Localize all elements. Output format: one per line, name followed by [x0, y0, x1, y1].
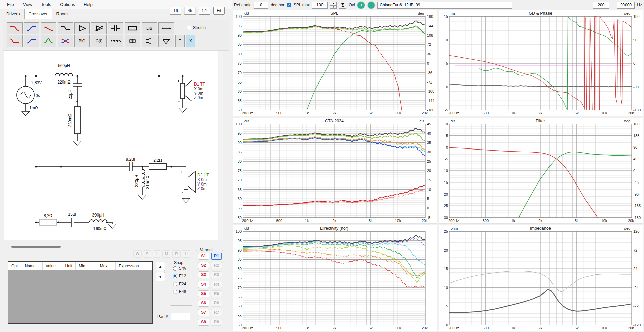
optimizer-o-button[interactable]: O [133, 250, 142, 258]
spl-max-label: SPL max [294, 3, 310, 7]
x-tick-label: 10k [395, 326, 401, 330]
zoom-45-button[interactable]: 45 [184, 7, 196, 15]
snap-option-E48[interactable]: E48 [173, 289, 192, 294]
chart-spl[interactable]: SPLdBdeg10095908580757065605550180144108… [233, 10, 437, 116]
radio-E12[interactable] [173, 274, 177, 278]
wire-button[interactable] [158, 22, 174, 34]
variant-s8-button[interactable]: S8 [198, 319, 209, 326]
part-number-input[interactable] [171, 313, 190, 320]
chart-directivity-hor[interactable]: Directivity (hor)dB100959085807570656055… [233, 225, 437, 331]
left-tick-label: 70 [238, 286, 242, 290]
radio-E48[interactable] [173, 290, 177, 294]
filter-lowpass-button[interactable] [7, 22, 23, 34]
move-up-button[interactable]: ▲ [156, 262, 165, 271]
variant-s6-button[interactable]: S6 [198, 300, 209, 307]
amplifier-button[interactable] [74, 22, 90, 34]
menu-help[interactable]: Help [79, 1, 97, 8]
schematic-vscrollbar[interactable] [219, 51, 223, 240]
overlay-remove-button[interactable]: − [367, 1, 375, 9]
amplifier-icon [77, 25, 87, 32]
variant-s4-button[interactable]: S4 [198, 281, 209, 288]
schematic-canvas[interactable]: 2,83V 0s 1mΩ 560µH 220mΩ 22µF 330mΩ + - … [4, 51, 218, 240]
snap-option-E24[interactable]: E24 [173, 281, 192, 286]
menu-view[interactable]: View [18, 1, 37, 8]
freq-max-input[interactable] [617, 2, 635, 9]
freq-min-input[interactable] [593, 2, 609, 9]
tab-crossover[interactable]: Crossover [24, 9, 52, 19]
variant-s1-button[interactable]: S1 [198, 253, 209, 260]
snap-option-E12[interactable]: E12 [173, 274, 192, 278]
chart-gd-phase[interactable]: GD & Phasemsdeg151050-5180900-90-180200H… [439, 10, 643, 116]
variant-r2-button[interactable]: R2 [211, 262, 222, 269]
spl-max-input[interactable] [312, 2, 328, 9]
overlay-add-button[interactable]: + [357, 1, 365, 9]
variant-s3-button[interactable]: S3 [198, 271, 209, 278]
speaker-button[interactable] [142, 35, 157, 47]
variant-s7-button[interactable]: S7 [198, 309, 209, 316]
ground-button[interactable] [158, 35, 174, 47]
chart-filter[interactable]: FilterdBdeg1050-5-10-15-20-25-3018013590… [439, 118, 643, 224]
left-tick-label: -10 [443, 169, 448, 173]
filter-peak-button[interactable] [41, 35, 56, 47]
tab-room[interactable]: Room [52, 10, 72, 19]
resistor-button[interactable] [125, 22, 140, 34]
optimizer-s-button[interactable]: S [143, 250, 151, 258]
filter-shelf-button[interactable] [58, 22, 73, 34]
zoom-Fit-button[interactable]: Fit [213, 7, 225, 15]
text-tool-button[interactable]: T [175, 35, 185, 47]
optimizer-m-button[interactable]: M [162, 250, 171, 258]
driver1-z-label: Z 0m [194, 95, 203, 100]
spl-max-checkbox[interactable]: ✓ [287, 3, 291, 7]
parts-table[interactable]: OptNameValueUnitMinMaxExpression [8, 261, 153, 324]
transformer-button[interactable] [125, 35, 140, 47]
tab-drivers[interactable]: Drivers [2, 10, 24, 19]
gain-function-button[interactable]: G(f) [91, 35, 107, 47]
optimizer-i-button[interactable]: I [153, 250, 161, 258]
filter-lowpass2-button[interactable] [41, 22, 56, 34]
menu-tools[interactable]: Tools [37, 1, 55, 8]
project-name-input[interactable] [377, 2, 512, 9]
filter-highpass-button[interactable] [24, 22, 39, 34]
library-button[interactable]: LIB [142, 22, 157, 34]
variant-r5-button[interactable]: R5 [211, 290, 222, 297]
snap-option-5[interactable]: 5 % [173, 266, 192, 271]
schematic-hscrollbar[interactable] [11, 246, 61, 248]
variant-s2-button[interactable]: S2 [198, 262, 209, 269]
filter-highshelf-button[interactable] [24, 35, 39, 47]
zoom-1-1-button[interactable]: 1:1 [199, 7, 210, 15]
filter-crossover-button[interactable] [58, 35, 73, 47]
variant-r7-button[interactable]: R7 [211, 309, 222, 316]
zoom-16-button[interactable]: 16 [170, 7, 181, 15]
radio-5[interactable] [173, 266, 177, 271]
variant-r1-button[interactable]: R1 [211, 253, 222, 260]
ref-angle-input[interactable] [254, 2, 268, 9]
l3-value-label: 390µH [92, 213, 104, 218]
driver1-y-label: Y 0m [194, 91, 203, 96]
driver1-name-label: D1 TT [194, 82, 205, 87]
biquad-button[interactable]: BiQ [74, 35, 90, 47]
move-down-button[interactable]: ▼ [156, 272, 165, 281]
radio-E24[interactable] [173, 282, 177, 286]
filter-lowshelf-button[interactable] [7, 35, 23, 47]
optimizer-r-button[interactable]: R [172, 250, 181, 258]
chart-impedance[interactable]: Impedanceohmdeg25201510501207224-24-72-1… [439, 225, 643, 331]
fit-y-button[interactable] [339, 2, 346, 9]
optimizer-h-button[interactable]: H [182, 250, 190, 258]
right-tick-label: 90 [633, 38, 637, 42]
inductor-button[interactable] [108, 35, 123, 47]
variant-r3-button[interactable]: R3 [211, 271, 222, 278]
chart-cta-2034[interactable]: CTA-2034dBdB1009590858075706560555045403… [233, 118, 437, 224]
capacitor-button[interactable] [108, 22, 123, 34]
spin-up-button[interactable]: ▲ [330, 2, 337, 5]
variant-s5-button[interactable]: S5 [198, 290, 209, 297]
spin-down-button[interactable]: ▼ [330, 5, 337, 9]
variant-r8-button[interactable]: R8 [211, 319, 222, 326]
variant-r6-button[interactable]: R6 [211, 300, 222, 307]
active-amplifier-button[interactable] [91, 22, 107, 34]
x-tick-label: 5k [369, 326, 373, 330]
menu-file[interactable]: File [3, 1, 18, 8]
stretch-checkbox[interactable] [187, 26, 191, 30]
x-tool-button[interactable]: X [186, 35, 195, 47]
variant-r4-button[interactable]: R4 [211, 281, 222, 288]
menu-options[interactable]: Options [55, 1, 79, 8]
